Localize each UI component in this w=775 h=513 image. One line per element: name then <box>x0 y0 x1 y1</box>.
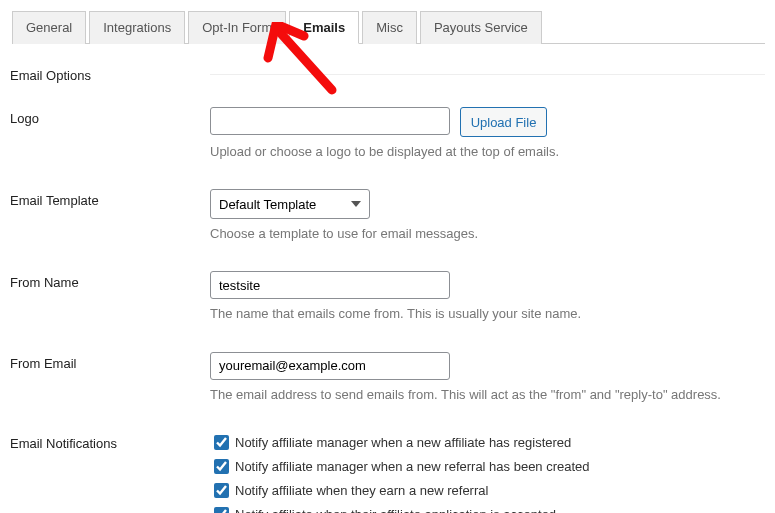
upload-file-button[interactable]: Upload File <box>460 107 548 137</box>
from-name-hint: The name that emails come from. This is … <box>210 305 765 323</box>
notify-option-1[interactable]: Notify affiliate manager when a new affi… <box>210 432 765 453</box>
tab-integrations[interactable]: Integrations <box>89 11 185 44</box>
tab-payouts-service[interactable]: Payouts Service <box>420 11 542 44</box>
logo-label: Logo <box>10 107 210 126</box>
email-template-hint: Choose a template to use for email messa… <box>210 225 765 243</box>
from-name-input[interactable] <box>210 271 450 299</box>
from-email-input[interactable] <box>210 352 450 380</box>
logo-hint: Upload or choose a logo to be displayed … <box>210 143 765 161</box>
from-email-hint: The email address to send emails from. T… <box>210 386 765 404</box>
logo-input[interactable] <box>210 107 450 135</box>
notify-option-4[interactable]: Notify affiliate when their affiliate ap… <box>210 504 765 513</box>
tab-misc[interactable]: Misc <box>362 11 417 44</box>
notify-checkbox-1[interactable] <box>214 435 229 450</box>
tab-general[interactable]: General <box>12 11 86 44</box>
notify-option-3[interactable]: Notify affiliate when they earn a new re… <box>210 480 765 501</box>
tab-optin-form[interactable]: Opt-In Form <box>188 11 286 44</box>
section-divider <box>210 74 765 75</box>
notify-option-2[interactable]: Notify affiliate manager when a new refe… <box>210 456 765 477</box>
from-email-label: From Email <box>10 352 210 371</box>
notify-checkbox-4[interactable] <box>214 507 229 513</box>
from-name-label: From Name <box>10 271 210 290</box>
email-notifications-label: Email Notifications <box>10 432 210 451</box>
settings-tabs: General Integrations Opt-In Form Emails … <box>12 10 765 44</box>
section-title-email-options: Email Options <box>10 64 210 83</box>
tab-emails[interactable]: Emails <box>289 11 359 44</box>
notify-checkbox-2[interactable] <box>214 459 229 474</box>
email-template-select[interactable]: Default Template <box>210 189 370 219</box>
notify-checkbox-3[interactable] <box>214 483 229 498</box>
email-template-label: Email Template <box>10 189 210 208</box>
